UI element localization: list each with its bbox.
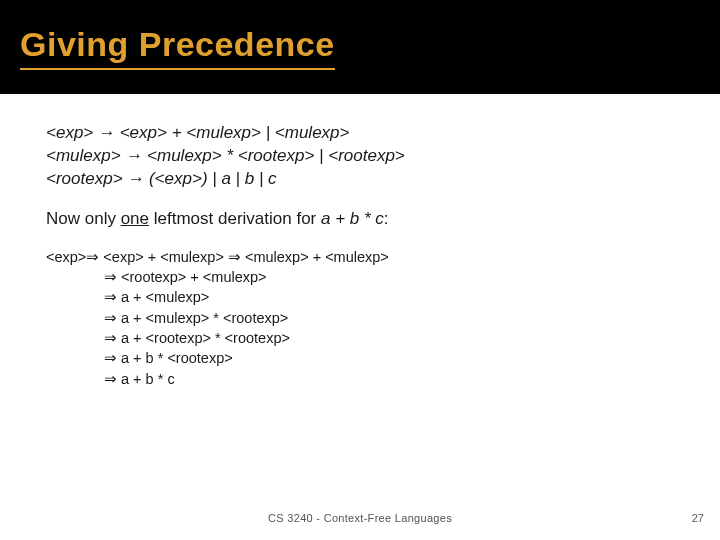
- footer-text: CS 3240 - Context-Free Languages: [0, 512, 720, 524]
- derivation-block: <exp> ⇒ <exp> + <mulexp> ⇒ <mulexp> + <m…: [46, 247, 674, 389]
- desc-expr: a + b * c: [321, 209, 384, 228]
- description-line: Now only one leftmost derivation for a +…: [46, 209, 674, 229]
- grammar-line-3: <rootexp> → (<exp>) | a | b | c: [46, 168, 674, 191]
- title-bar: Giving Precedence: [0, 0, 720, 94]
- grammar-line-1: <exp> → <exp> + <mulexp> | <mulexp>: [46, 122, 674, 145]
- slide-title: Giving Precedence: [20, 25, 335, 70]
- slide-content: <exp> → <exp> + <mulexp> | <mulexp> <mul…: [0, 94, 720, 389]
- derivation-rest-0: ⇒ <exp> + <mulexp> ⇒ <mulexp> + <mulexp>: [86, 247, 388, 267]
- derivation-head: <exp>: [46, 247, 86, 267]
- grammar-line-2: <mulexp> → <mulexp> * <rootexp> | <roote…: [46, 145, 674, 168]
- page-number: 27: [692, 512, 704, 524]
- derivation-step-6: ⇒ a + b * c: [104, 369, 674, 389]
- derivation-step-4: ⇒ a + <rootexp> * <rootexp>: [104, 328, 674, 348]
- derivation-step-3: ⇒ a + <mulexp> * <rootexp>: [104, 308, 674, 328]
- derivation-step-0: <exp> ⇒ <exp> + <mulexp> ⇒ <mulexp> + <m…: [46, 247, 674, 267]
- desc-underlined: one: [121, 209, 149, 228]
- desc-end: :: [384, 209, 389, 228]
- derivation-step-2: ⇒ a + <mulexp>: [104, 287, 674, 307]
- derivation-step-5: ⇒ a + b * <rootexp>: [104, 348, 674, 368]
- desc-prefix: Now only: [46, 209, 121, 228]
- derivation-step-1: ⇒ <rootexp> + <mulexp>: [104, 267, 674, 287]
- grammar-block: <exp> → <exp> + <mulexp> | <mulexp> <mul…: [46, 122, 674, 191]
- desc-mid: leftmost derivation for: [149, 209, 321, 228]
